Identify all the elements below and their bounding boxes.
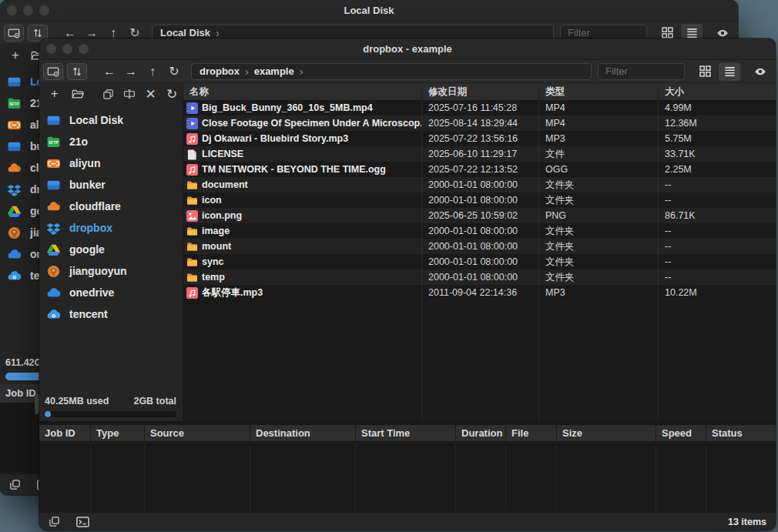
storage-used-label: 40.25MB used <box>45 396 109 407</box>
terminal-button[interactable] <box>72 514 93 530</box>
grid-view-icon <box>661 26 674 39</box>
grid-view-button[interactable] <box>694 62 716 81</box>
sidebar-item-label: cloudflare <box>69 200 121 212</box>
copy-icon <box>102 89 114 100</box>
file-size: 86.71K <box>659 208 776 223</box>
file-size: -- <box>659 223 776 239</box>
duplicate-window-button[interactable] <box>44 514 65 530</box>
job-column-header[interactable]: Source <box>145 425 250 441</box>
back-button[interactable]: ← <box>99 63 120 80</box>
minimize-window-button[interactable] <box>23 5 33 15</box>
onedrive-icon <box>7 247 22 262</box>
show-hidden-button[interactable] <box>751 62 770 81</box>
sidebar-item-local-disk[interactable]: Local Disk <box>39 109 183 131</box>
zoom-window-button[interactable] <box>79 44 89 54</box>
mount-icon <box>46 65 60 79</box>
column-header-size[interactable]: 大小 <box>659 83 776 100</box>
job-column-header[interactable]: Job ID <box>39 425 91 441</box>
file-modified-date: 2025-07-22 12:13:52 <box>422 162 539 177</box>
refresh-connections-button[interactable]: ↻ <box>161 85 183 103</box>
job-column-header[interactable]: File <box>506 425 557 441</box>
window-dropbox-example[interactable]: dropbox - example ← → ↑ ↻ dropbox›exampl… <box>39 38 776 530</box>
close-window-button[interactable] <box>7 5 17 15</box>
filter-input[interactable] <box>598 63 685 80</box>
chevron-right-icon: › <box>216 27 220 39</box>
breadcrumb[interactable]: dropbox›example› <box>191 63 592 80</box>
duplicate-window-button[interactable] <box>5 477 25 493</box>
sort-button[interactable] <box>67 63 87 80</box>
file-table-rows: Big_Buck_Bunny_360_10s_5MB.mp42025-07-16… <box>183 100 776 300</box>
job-column-header[interactable]: Destination <box>250 425 356 441</box>
breadcrumb-item[interactable]: dropbox <box>200 65 240 77</box>
add-connection-button[interactable]: + <box>44 85 65 103</box>
file-row[interactable]: TM NETWORK - BEYOND THE TIME.ogg2025-07-… <box>183 162 776 177</box>
svg-text:SFTP: SFTP <box>9 102 19 106</box>
rename-button[interactable] <box>119 85 140 103</box>
titlebar[interactable]: Local Disk <box>0 0 738 22</box>
mount-button[interactable] <box>43 63 63 80</box>
column-header-modified[interactable]: 修改日期 <box>422 83 539 100</box>
job-column-header[interactable]: Speed <box>656 425 706 441</box>
breadcrumb-item[interactable]: example <box>254 65 294 77</box>
sidebar-item-label: Local Disk <box>69 114 123 126</box>
disconnect-button[interactable]: ✕ <box>140 85 162 103</box>
mount-button[interactable] <box>4 25 24 42</box>
sidebar-item-cloudflare[interactable]: cloudflare <box>39 196 183 217</box>
sidebar-item-tencent[interactable]: tencent <box>39 303 183 325</box>
file-name: icon <box>202 195 222 206</box>
sidebar-item-onedrive[interactable]: onedrive <box>39 282 183 303</box>
grid-view-icon <box>699 65 712 78</box>
job-column-header[interactable]: Status <box>706 425 776 441</box>
file-row[interactable]: icon.png2025-06-25 10:59:02PNG86.71K <box>183 208 776 223</box>
file-row[interactable]: Close Footage Of Specimen Under A Micros… <box>183 115 776 131</box>
titlebar[interactable]: dropbox - example <box>39 38 776 60</box>
file-row[interactable]: Dj Okawari - Bluebird Story.mp32025-07-2… <box>183 131 776 146</box>
sidebar-item-dropbox[interactable]: dropbox <box>39 217 183 239</box>
job-column-header[interactable]: Size <box>557 425 656 441</box>
sidebar-item-jianguoyun[interactable]: jianguoyun <box>39 260 183 282</box>
open-folder-button[interactable] <box>67 85 89 103</box>
file-modified-date: 2011-09-04 22:14:36 <box>422 285 539 300</box>
minimize-window-button[interactable] <box>62 44 72 54</box>
status-bar: 13 items <box>39 512 776 530</box>
refresh-button[interactable]: ↻ <box>163 63 185 80</box>
file-name: 各駅停車.mp3 <box>202 286 263 299</box>
file-type: MP3 <box>539 131 659 146</box>
add-connection-button[interactable]: + <box>5 46 26 65</box>
file-row[interactable]: sync2000-01-01 08:00:00文件夹-- <box>183 254 776 269</box>
google-drive-icon <box>7 204 22 219</box>
file-row[interactable]: temp2000-01-01 08:00:00文件夹-- <box>183 269 776 285</box>
file-row[interactable]: document2000-01-01 08:00:00文件夹-- <box>183 177 776 192</box>
breadcrumb-item[interactable]: Local Disk <box>160 27 210 38</box>
file-row[interactable]: mount2000-01-01 08:00:00文件夹-- <box>183 239 776 254</box>
sidebar-item-aliyun[interactable]: aliyun <box>39 152 183 174</box>
refresh-icon: ↻ <box>166 86 177 102</box>
file-size: 5.75M <box>659 131 776 146</box>
window-title: dropbox - example <box>39 43 776 55</box>
file-row[interactable]: Big_Buck_Bunny_360_10s_5MB.mp42025-07-16… <box>183 100 776 115</box>
close-window-button[interactable] <box>46 44 56 54</box>
file-modified-date: 2000-01-01 08:00:00 <box>422 192 539 208</box>
job-column-header[interactable]: Duration <box>456 425 506 441</box>
list-view-button[interactable] <box>719 62 740 81</box>
sidebar-item-google[interactable]: google <box>39 239 183 260</box>
zoom-window-button[interactable] <box>39 5 49 15</box>
file-row[interactable]: LICENSE2025-06-10 11:29:17文件33.71K <box>183 146 776 162</box>
up-button[interactable]: ↑ <box>142 63 163 80</box>
file-row[interactable]: image2000-01-01 08:00:00文件夹-- <box>183 223 776 239</box>
file-name: Close Footage Of Specimen Under A Micros… <box>202 118 422 129</box>
sidebar-item-21o[interactable]: SFTP21o <box>39 131 183 152</box>
copy-button[interactable] <box>97 85 119 103</box>
up-icon: ↑ <box>110 26 116 40</box>
job-column-header[interactable]: Type <box>91 425 145 441</box>
sidebar-item-bunker[interactable]: bunker <box>39 174 183 196</box>
file-row[interactable]: icon2000-01-01 08:00:00文件夹-- <box>183 192 776 208</box>
column-header-name[interactable]: 名称 <box>183 83 422 100</box>
local-disk-icon <box>7 75 22 89</box>
forward-button[interactable]: → <box>120 63 142 80</box>
file-size: -- <box>659 239 776 254</box>
job-column-header[interactable]: Start Time <box>356 425 456 441</box>
file-row[interactable]: 各駅停車.mp32011-09-04 22:14:36MP310.22M <box>183 285 776 300</box>
column-header-type[interactable]: 类型 <box>539 83 659 100</box>
sftp-icon: SFTP <box>46 135 61 149</box>
